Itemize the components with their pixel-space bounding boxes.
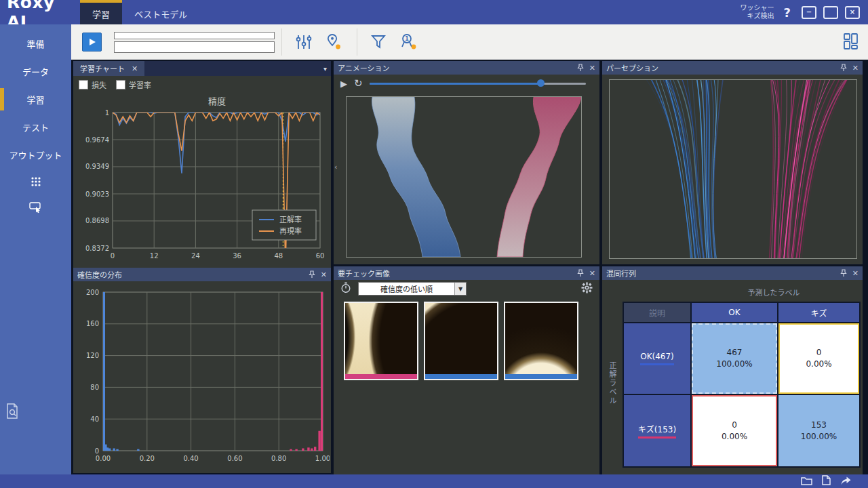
pin-icon[interactable] xyxy=(309,270,315,279)
collapse-left-icon[interactable]: ‹ xyxy=(334,163,337,171)
pin-icon[interactable] xyxy=(840,269,847,277)
loop-icon[interactable]: ↻ xyxy=(354,77,363,89)
slider-thumb[interactable] xyxy=(537,79,545,87)
statusbar xyxy=(0,474,868,488)
matrix-cell-1-0: 00.00% xyxy=(692,395,777,466)
checkbox-learning-rate[interactable]: 学習率 xyxy=(116,79,151,90)
svg-text:200: 200 xyxy=(86,289,99,296)
svg-text:40: 40 xyxy=(90,415,99,423)
app-logo: Roxy AI xyxy=(0,0,80,24)
accuracy-chart: 10.96740.93490.90230.86980.8372012243648… xyxy=(73,108,328,266)
project-name: ワッシャー キズ検出 xyxy=(741,0,774,24)
row-label-1[interactable]: キズ(153) xyxy=(624,395,690,466)
location-pin-icon[interactable] xyxy=(325,33,344,51)
svg-text:0.9349: 0.9349 xyxy=(85,163,109,170)
col-header-0: OK xyxy=(692,303,777,322)
svg-text:0.40: 0.40 xyxy=(183,455,198,462)
close-icon[interactable]: ✕ xyxy=(321,270,327,279)
sidebar-item-2[interactable]: 学習 xyxy=(0,85,71,113)
close-icon[interactable]: ✕ xyxy=(589,269,595,278)
svg-text:0.20: 0.20 xyxy=(140,455,155,462)
pin-icon[interactable] xyxy=(577,269,584,277)
check-image-1[interactable] xyxy=(424,302,498,380)
tab-learning[interactable]: 学習 xyxy=(80,0,122,24)
panel-perception: パーセプション ✕ xyxy=(602,61,863,264)
sidebar-item-1[interactable]: データ xyxy=(0,58,71,85)
close-icon[interactable]: ✕ xyxy=(852,64,859,73)
confusion-matrix: 説明OKキズOK(467)467100.00%00.00%キズ(153)00.0… xyxy=(623,302,861,468)
cursor-select-icon[interactable] xyxy=(0,195,71,220)
svg-text:0.9674: 0.9674 xyxy=(85,136,109,144)
tab-best-model[interactable]: ベストモデル xyxy=(122,0,199,24)
sidebar-item-4[interactable]: アウトプット xyxy=(0,141,71,169)
svg-text:1.00: 1.00 xyxy=(315,455,330,462)
matrix-cell-0-0: 467100.00% xyxy=(692,323,777,394)
minimize-button[interactable]: − xyxy=(802,6,816,19)
actual-label: 正解ラベル xyxy=(606,361,617,405)
checkbox-loss[interactable]: 損失 xyxy=(79,79,106,90)
medal-1-icon[interactable]: 1 xyxy=(399,33,419,51)
layout-grid-icon[interactable] xyxy=(844,33,859,53)
panel-animation: アニメーション ✕ ▶ ↻ xyxy=(334,61,599,264)
svg-text:12: 12 xyxy=(150,252,159,260)
check-image-0[interactable] xyxy=(344,302,418,380)
filter-icon[interactable] xyxy=(370,34,387,50)
svg-text:48: 48 xyxy=(274,252,283,260)
share-icon[interactable] xyxy=(840,475,852,488)
toolbar: 1 xyxy=(71,24,868,60)
close-icon[interactable]: ✕ xyxy=(132,64,138,73)
close-button[interactable]: × xyxy=(845,6,860,19)
panel-title: パーセプション xyxy=(606,62,835,73)
document-search-icon[interactable] xyxy=(5,403,20,423)
svg-text:160: 160 xyxy=(86,320,99,327)
gear-icon[interactable] xyxy=(581,282,593,296)
svg-text:0.60: 0.60 xyxy=(227,455,242,462)
panel-title: アニメーション xyxy=(338,62,572,73)
ribbon-ok xyxy=(372,97,460,257)
help-button[interactable]: ? xyxy=(784,0,791,24)
panel-check-images: 要チェック画像 ✕ 確信度の低い順 ▼ xyxy=(334,266,599,474)
workspace: 学習チャート ✕ ▾ 損失 学習率 精度 10.96740.93490.9023… xyxy=(71,60,868,474)
sidebar-item-0[interactable]: 準備 xyxy=(0,30,71,58)
ribbon-ng xyxy=(497,97,581,257)
confidence-histogram: 040801201602000.000.200.400.600.801.00 xyxy=(73,284,330,472)
close-icon[interactable]: ✕ xyxy=(852,269,859,278)
perception-canvas xyxy=(609,79,857,259)
svg-text:1: 1 xyxy=(405,36,409,42)
chevron-down-icon[interactable]: ▾ xyxy=(323,61,331,76)
svg-text:0.00: 0.00 xyxy=(96,455,111,462)
svg-text:120: 120 xyxy=(86,352,99,359)
tune-sliders-icon[interactable] xyxy=(295,34,313,50)
predicted-label: 予測したラベル xyxy=(690,287,857,298)
file-icon[interactable] xyxy=(822,475,831,488)
svg-text:60: 60 xyxy=(316,252,325,260)
maximize-button[interactable] xyxy=(823,6,838,19)
svg-text:80: 80 xyxy=(90,384,99,391)
run-training-button[interactable] xyxy=(82,33,102,52)
class-stripe xyxy=(345,374,417,379)
svg-text:再現率: 再現率 xyxy=(279,226,302,236)
close-icon[interactable]: ✕ xyxy=(589,64,595,73)
play-icon[interactable]: ▶ xyxy=(340,79,347,89)
stopwatch-icon[interactable] xyxy=(340,282,351,296)
panel-title: 混同行列 xyxy=(606,268,835,279)
panel-title: 確信度の分布 xyxy=(77,269,303,280)
pin-icon[interactable] xyxy=(840,64,847,72)
svg-text:0.80: 0.80 xyxy=(271,455,286,462)
learning-chart-tab[interactable]: 学習チャート ✕ xyxy=(73,61,144,76)
sidebar-item-3[interactable]: テスト xyxy=(0,113,71,141)
pin-icon[interactable] xyxy=(577,64,584,72)
timeline-slider[interactable] xyxy=(370,79,586,87)
matrix-cell-0-1: 00.00% xyxy=(778,323,859,394)
row-label-0[interactable]: OK(467) xyxy=(624,323,690,394)
folder-icon[interactable] xyxy=(801,475,812,488)
panel-confusion-matrix: 混同行列 ✕ 予測したラベル 正解ラベル 説明OKキズOK(467)467100… xyxy=(602,266,863,474)
svg-text:36: 36 xyxy=(233,252,241,260)
check-image-2[interactable] xyxy=(504,302,578,380)
class-stripe xyxy=(505,374,577,379)
svg-text:0: 0 xyxy=(95,447,99,455)
apps-grid-icon[interactable] xyxy=(0,169,71,195)
svg-text:1: 1 xyxy=(105,109,109,117)
accuracy-chart-title: 精度 xyxy=(73,90,331,107)
sort-order-dropdown[interactable]: 確信度の低い順 ▼ xyxy=(358,282,467,296)
